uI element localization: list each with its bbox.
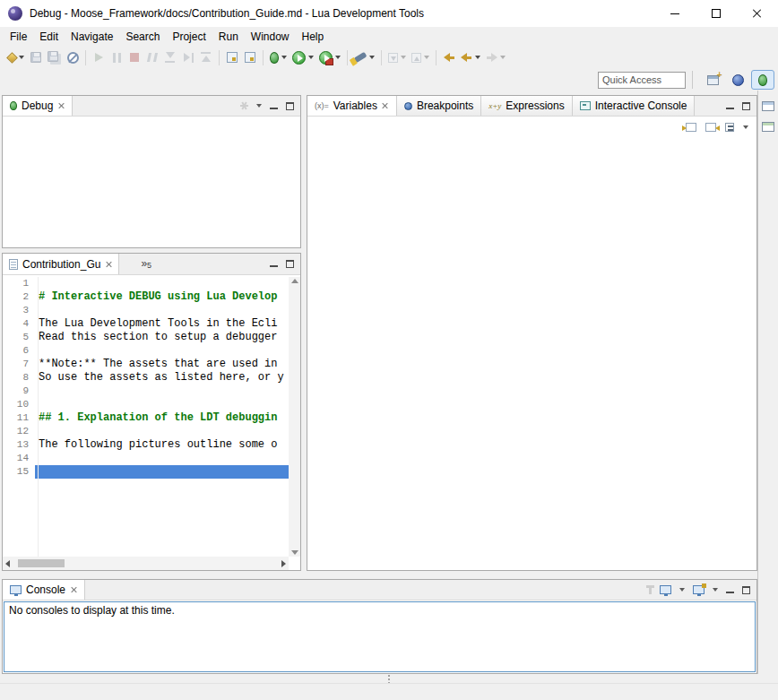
tab-expressions-label: Expressions [506,99,564,112]
editor-line[interactable]: 15 [3,465,289,479]
minimized-view-icon[interactable] [762,101,774,111]
editor-line[interactable]: 7**Note:** The assets that are used in [3,358,289,371]
open-console-icon[interactable] [693,585,705,594]
menu-file[interactable]: File [4,29,33,45]
editor-line[interactable]: 9 [3,385,289,398]
menu-navigate[interactable]: Navigate [65,29,119,45]
minimize-view-icon[interactable] [726,102,734,110]
remove-all-terminated-icon[interactable] [240,105,248,107]
run-button[interactable] [290,48,316,67]
line-number: 13 [3,438,35,452]
external-tools-button[interactable] [316,48,343,67]
suspend-button[interactable] [108,48,125,67]
editor-line[interactable]: 10 [3,398,289,411]
close-tab-icon[interactable] [57,102,65,109]
close-tab-icon[interactable] [382,102,389,109]
maximize-view-icon[interactable] [742,586,750,594]
editor-line[interactable]: 6 [3,344,289,358]
run-to-line-icon [227,52,238,63]
scroll-right-icon[interactable] [281,560,286,567]
menu-window[interactable]: Window [245,29,296,45]
use-step-filters-button[interactable] [241,48,259,67]
chevron-down-icon[interactable] [679,588,685,592]
menu-run[interactable]: Run [212,29,245,45]
display-console-icon[interactable] [660,585,671,594]
skip-all-breakpoints-button[interactable] [64,48,82,67]
tab-breakpoints[interactable]: Breakpoints [397,96,481,116]
editor-line[interactable]: 5Read this section to setup a debugger [3,331,289,344]
menu-help[interactable]: Help [296,29,331,45]
hidden-editors-chevron[interactable]: » 5 [141,254,151,274]
step-over-button[interactable] [179,48,197,67]
maximize-view-icon[interactable] [742,102,750,110]
collapse-all-icon[interactable] [725,123,734,132]
menu-edit[interactable]: Edit [33,29,65,45]
resume-button[interactable] [90,48,108,67]
console-view-panel: Console No consoles to display at this t… [2,579,757,674]
tab-variables[interactable]: (x)= Variables [307,96,397,116]
tab-expressions[interactable]: x+y Expressions [481,96,572,116]
editor-vertical-scrollbar[interactable] [289,277,300,557]
search-button[interactable] [351,48,377,67]
minimized-view-icon[interactable] [762,122,774,132]
tab-interactive-console[interactable]: Interactive Console [573,96,696,116]
show-type-names-icon[interactable] [705,123,716,132]
last-edit-location-button[interactable] [440,48,458,67]
maximize-view-icon[interactable] [286,260,294,268]
show-logical-structures-icon[interactable] [686,123,696,132]
maximize-view-icon[interactable] [286,102,294,110]
tab-contribution-guide[interactable]: Contribution_Gu [3,254,119,274]
chevron-down-icon[interactable] [713,588,718,592]
run-to-line-button[interactable] [223,48,241,67]
ldt-perspective-button[interactable] [726,70,749,90]
view-menu-icon[interactable] [256,104,262,108]
view-menu-icon[interactable] [743,125,748,129]
editor-line[interactable]: 11## 1. Explanation of the LDT debuggin [3,411,289,425]
maximize-button[interactable] [696,0,737,27]
variables-view-body [307,138,756,568]
menu-project[interactable]: Project [166,29,212,45]
close-button[interactable] [737,0,778,27]
minimize-view-icon[interactable] [270,102,278,110]
step-into-button[interactable] [161,48,179,67]
open-perspective-button[interactable] [701,70,724,90]
scrollbar-thumb[interactable] [18,559,65,567]
debug-button[interactable] [267,48,290,67]
scroll-up-icon[interactable] [291,279,298,283]
editor-lines[interactable]: 12# Interactive DEBUG using Lua Develop3… [3,277,289,557]
previous-annotation-button[interactable] [409,48,432,67]
editor-line[interactable]: 13The following pictures outline some o [3,438,289,452]
editor-line[interactable]: 14 [3,452,289,465]
scroll-left-icon[interactable] [5,560,10,567]
editor-line[interactable]: 8So use the assets as listed here, or y [3,371,289,385]
debug-perspective-button[interactable] [751,70,774,90]
editor-line[interactable]: 4The Lua Development Tools in the Ecli [3,317,289,331]
save-button[interactable] [27,48,45,67]
scroll-down-icon[interactable] [291,550,298,555]
step-return-button[interactable] [197,48,215,67]
back-button[interactable] [458,48,483,67]
disconnect-button[interactable] [143,48,161,67]
editor-horizontal-scrollbar[interactable] [3,557,289,570]
minimize-view-icon[interactable] [726,586,734,594]
next-annotation-button[interactable] [385,48,409,67]
menu-search[interactable]: Search [119,29,166,45]
new-wizard-button[interactable] [5,48,27,67]
editor-line[interactable]: 12 [3,425,289,438]
tab-debug[interactable]: Debug [3,96,73,116]
quick-access-input[interactable] [598,72,686,89]
editor-line[interactable]: 1 [3,277,289,290]
save-all-button[interactable] [45,48,64,67]
chevron-down-icon [475,56,480,59]
minimize-view-icon[interactable] [270,260,278,268]
editor-line[interactable]: 2# Interactive DEBUG using Lua Develop [3,290,289,304]
pin-console-icon[interactable] [649,585,652,594]
close-tab-icon[interactable] [105,261,112,268]
editor-line[interactable]: 3 [3,304,289,317]
minimize-button[interactable] [654,0,696,27]
close-tab-icon[interactable] [70,586,77,593]
terminate-button[interactable] [125,48,143,67]
variables-view-panel: (x)= Variables Breakpoints x+y Expressio… [307,95,757,571]
tab-console[interactable]: Console [3,580,85,600]
forward-button[interactable] [483,48,508,67]
